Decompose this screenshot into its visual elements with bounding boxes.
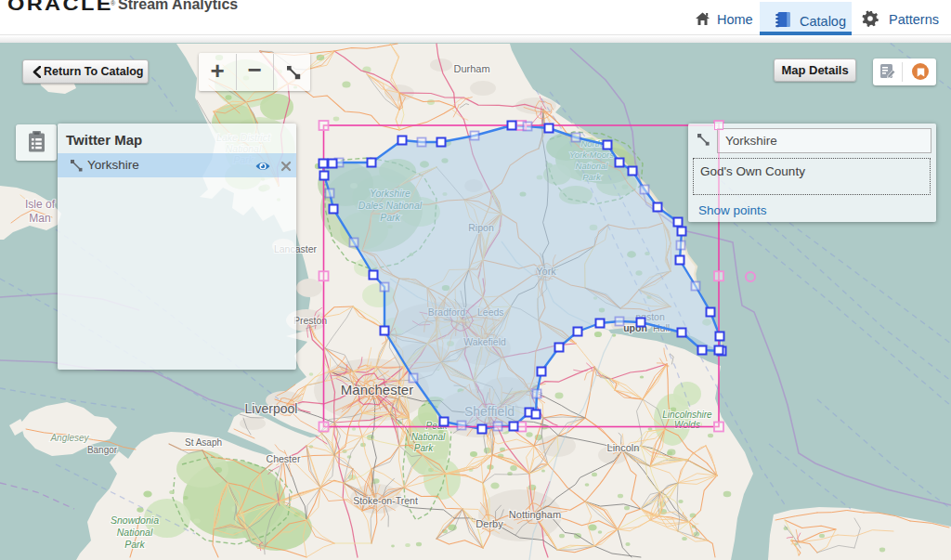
- svg-text:Park: Park: [414, 443, 435, 453]
- svg-text:Lincolnshire: Lincolnshire: [662, 410, 712, 420]
- svg-text:Snowdonia: Snowdonia: [111, 514, 159, 526]
- svg-text:Anglesey: Anglesey: [49, 433, 89, 443]
- svg-text:Liverpool: Liverpool: [245, 401, 298, 416]
- svg-text:National: National: [117, 527, 153, 538]
- svg-text:Durham: Durham: [453, 63, 489, 74]
- svg-text:Lincoln: Lincoln: [607, 442, 640, 453]
- svg-text:Derby: Derby: [476, 518, 503, 529]
- svg-text:Manchester: Manchester: [341, 382, 413, 397]
- svg-text:Isle of: Isle of: [25, 198, 56, 211]
- svg-text:Stoke-on-Trent: Stoke-on-Trent: [353, 495, 418, 506]
- svg-text:Park: Park: [124, 539, 145, 550]
- svg-text:Preston: Preston: [293, 315, 327, 326]
- svg-text:Bangor: Bangor: [87, 445, 118, 455]
- svg-text:Nottingham: Nottingham: [509, 509, 561, 520]
- svg-text:National: National: [411, 432, 446, 442]
- svg-text:Man: Man: [29, 212, 50, 225]
- svg-text:Wolds: Wolds: [674, 420, 700, 430]
- svg-text:Chester: Chester: [267, 453, 301, 464]
- svg-text:St Asaph: St Asaph: [185, 437, 222, 448]
